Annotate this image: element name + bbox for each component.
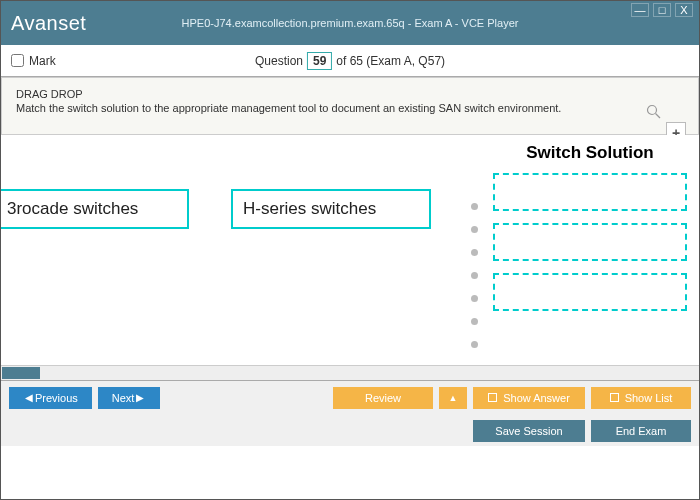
footer-row-1: ◀Previous Next▶ Review ▲ Show Answer Sho…: [1, 381, 699, 414]
connector-dots: [471, 203, 478, 348]
review-menu-button[interactable]: ▲: [439, 387, 467, 409]
question-counter: Question 59 of 65 (Exam A, Q57): [255, 52, 445, 70]
square-icon: [610, 393, 619, 402]
review-button[interactable]: Review: [333, 387, 433, 409]
window-title: HPE0-J74.examcollection.premium.exam.65q…: [182, 17, 519, 29]
title-bar: Avanset HPE0-J74.examcollection.premium.…: [1, 1, 699, 45]
work-area: 3rocade switches H-series switches Switc…: [1, 135, 699, 365]
close-button[interactable]: X: [675, 3, 693, 17]
search-icon[interactable]: [646, 104, 662, 123]
window-controls: — □ X: [631, 3, 693, 17]
next-button[interactable]: Next▶: [98, 387, 161, 409]
footer-row-2: Save Session End Exam: [1, 414, 699, 447]
drag-item-hseries[interactable]: H-series switches: [231, 189, 431, 229]
show-answer-button[interactable]: Show Answer: [473, 387, 585, 409]
mark-checkbox[interactable]: [11, 54, 24, 67]
drop-zone[interactable]: [493, 173, 687, 211]
svg-point-0: [648, 106, 657, 115]
drop-zone[interactable]: [493, 223, 687, 261]
chevron-left-icon: ◀: [25, 392, 33, 403]
drop-zone[interactable]: [493, 273, 687, 311]
save-session-button[interactable]: Save Session: [473, 420, 585, 442]
question-bar: Mark Question 59 of 65 (Exam A, Q57): [1, 45, 699, 77]
end-exam-button[interactable]: End Exam: [591, 420, 691, 442]
instructions-body: Match the switch solution to the appropr…: [16, 102, 578, 114]
drag-item-brocade[interactable]: 3rocade switches: [1, 189, 189, 229]
previous-button[interactable]: ◀Previous: [9, 387, 92, 409]
dot-icon: [471, 203, 478, 210]
horizontal-scrollbar[interactable]: [1, 365, 699, 380]
question-number: 59: [307, 52, 332, 70]
mark-text: Mark: [29, 54, 56, 68]
show-list-button[interactable]: Show List: [591, 387, 691, 409]
dot-icon: [471, 295, 478, 302]
mark-checkbox-label[interactable]: Mark: [11, 54, 56, 68]
dot-icon: [471, 341, 478, 348]
instructions-title: DRAG DROP: [16, 88, 578, 100]
footer: ◀Previous Next▶ Review ▲ Show Answer Sho…: [1, 380, 699, 446]
dot-icon: [471, 318, 478, 325]
dot-icon: [471, 272, 478, 279]
dot-icon: [471, 249, 478, 256]
target-title: Switch Solution: [493, 143, 687, 163]
question-total: of 65 (Exam A, Q57): [336, 54, 445, 68]
app-logo: Avanset: [11, 12, 86, 35]
instructions-panel: DRAG DROP Match the switch solution to t…: [1, 77, 699, 135]
svg-line-1: [656, 114, 661, 119]
question-label: Question: [255, 54, 303, 68]
chevron-right-icon: ▶: [136, 392, 144, 403]
square-icon: [488, 393, 497, 402]
scrollbar-thumb[interactable]: [2, 367, 40, 379]
maximize-button[interactable]: □: [653, 3, 671, 17]
target-panel: Switch Solution: [481, 135, 699, 365]
chevron-up-icon: ▲: [449, 393, 458, 403]
minimize-button[interactable]: —: [631, 3, 649, 17]
source-panel: 3rocade switches H-series switches: [1, 135, 461, 365]
dot-icon: [471, 226, 478, 233]
